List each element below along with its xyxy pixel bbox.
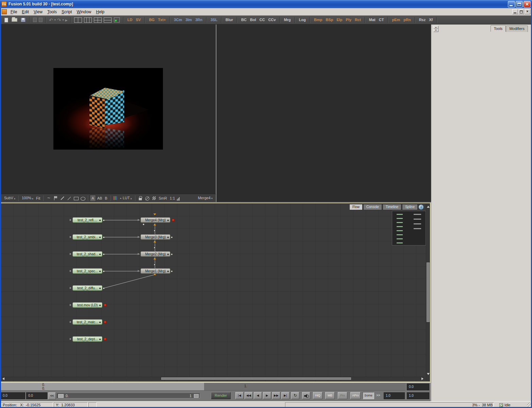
- flow-node-test-2-diffu[interactable]: test_2_diffu...: [72, 285, 102, 291]
- buffer-ab-button[interactable]: AB: [96, 195, 104, 201]
- scroll-up-icon[interactable]: [427, 206, 430, 208]
- viewed-indicator[interactable]: [104, 304, 106, 306]
- step-back-button[interactable]: <<: [48, 392, 56, 400]
- tool-3d-render-button[interactable]: 3Rn: [194, 16, 204, 24]
- node-output-port[interactable]: [103, 288, 104, 289]
- tool-color-corrector-button[interactable]: CC: [258, 16, 267, 24]
- buffer-b-button[interactable]: B: [103, 195, 109, 201]
- viewed-indicator[interactable]: [104, 321, 106, 323]
- tool-3d-image-button[interactable]: 3Im: [184, 16, 194, 24]
- menu-tools[interactable]: Tools: [45, 9, 59, 15]
- tool-bspline-button[interactable]: BSp: [324, 16, 335, 24]
- undo-dropdown-icon[interactable]: ▾: [54, 18, 56, 21]
- node-output-port[interactable]: [103, 237, 104, 238]
- tab-timeline[interactable]: Timeline: [383, 204, 401, 210]
- menu-help[interactable]: Help: [94, 9, 107, 15]
- slider-end-cap[interactable]: [194, 394, 199, 398]
- redo-dropdown-icon[interactable]: ▾: [62, 18, 64, 21]
- tool-color-tool-button[interactable]: CT: [377, 16, 386, 24]
- subview-button[interactable]: SubV▴: [3, 194, 17, 202]
- slider-thumb[interactable]: [58, 394, 64, 398]
- menu-window[interactable]: Window: [74, 9, 94, 15]
- doc-minimize-button[interactable]: [512, 9, 518, 14]
- tool-polygon-button[interactable]: Ply: [344, 16, 353, 24]
- node-output-port[interactable]: [171, 237, 172, 238]
- range-end-time-field[interactable]: 1.0: [407, 392, 429, 399]
- paste-icon[interactable]: [39, 18, 43, 22]
- tool-blur-button[interactable]: Blur: [224, 16, 235, 24]
- flow-vertical-scrollbar[interactable]: [426, 204, 430, 381]
- menu-script[interactable]: Script: [59, 9, 74, 15]
- tool-3d-spotlight-button[interactable]: 3SL: [209, 16, 219, 24]
- viewed-node-selector[interactable]: Merge4▾: [197, 194, 214, 202]
- selective-update-toggle[interactable]: Some: [363, 392, 374, 399]
- redo-button[interactable]: ↷: [56, 16, 62, 24]
- one-to-one-button[interactable]: 1:1: [168, 194, 176, 202]
- flow-view[interactable]: Flow Console Timeline Spline i: [0, 203, 431, 382]
- tab-console[interactable]: Console: [363, 204, 382, 210]
- tool-saver-button[interactable]: SV: [134, 16, 143, 24]
- new-comp-icon[interactable]: [4, 18, 8, 22]
- flow-node-merge3[interactable]: Merge3 (Mrg): [140, 234, 170, 240]
- play-script-icon[interactable]: ▸: [65, 16, 68, 24]
- tool-resize-button[interactable]: Rsz: [417, 16, 428, 24]
- paint-tool-icon[interactable]: [60, 196, 65, 201]
- scroll-left-icon[interactable]: [2, 377, 4, 380]
- tool-textplus-button[interactable]: Txt+: [156, 16, 167, 24]
- flow-node-test-2-refl[interactable]: test_2_refl....: [72, 217, 102, 223]
- right-viewport[interactable]: [216, 24, 431, 202]
- fast-rewind-button[interactable]: ◀◀: [245, 392, 253, 399]
- flow-node-test-2-dept[interactable]: test_2_dept...: [72, 336, 102, 342]
- left-viewport[interactable]: SubV▴ 100%▴ Fit ~ A AB B ▴ LUT▴ SmR 1:1: [1, 24, 216, 202]
- tab-flow[interactable]: Flow: [349, 204, 363, 210]
- node-output-port[interactable]: [103, 271, 104, 272]
- play-reverse-button[interactable]: ◀: [254, 392, 262, 399]
- render-button[interactable]: Render: [211, 392, 231, 399]
- go-to-start-button[interactable]: |◀: [235, 392, 244, 399]
- tool-bitmap-button[interactable]: Bmp: [312, 16, 324, 24]
- mask-input-icon[interactable]: [153, 224, 156, 225]
- flow-navigator[interactable]: [392, 211, 426, 245]
- flow-node-test-2-matc[interactable]: test_2_matc...: [72, 319, 102, 325]
- line-tool-icon[interactable]: [66, 196, 72, 201]
- auto-proxy-toggle[interactable]: APrx: [350, 392, 361, 399]
- info-icon[interactable]: i: [418, 204, 424, 210]
- layout-three-views-button[interactable]: [84, 17, 92, 23]
- alt-time-field[interactable]: 0.0: [26, 392, 47, 399]
- scrollbar-thumb[interactable]: [427, 262, 430, 322]
- checker-underlay-icon[interactable]: [151, 196, 157, 201]
- close-button[interactable]: ✕: [523, 1, 531, 7]
- layout-quad-views-button[interactable]: [94, 17, 102, 23]
- flow-horizontal-scrollbar[interactable]: [1, 377, 425, 380]
- save-comp-icon[interactable]: [21, 18, 26, 22]
- tool-matte-control-button[interactable]: Mat: [367, 16, 377, 24]
- fit-button[interactable]: Fit: [35, 194, 41, 202]
- minimize-button[interactable]: [508, 1, 515, 7]
- lut-button[interactable]: LUT▴: [121, 194, 133, 202]
- spin-up-button[interactable]: ▲: [433, 26, 438, 29]
- smooth-resize-button[interactable]: SmR: [157, 194, 168, 202]
- node-output-port[interactable]: [171, 271, 172, 272]
- layout-two-views-button[interactable]: [74, 17, 82, 23]
- spline-tool-icon[interactable]: ~: [46, 196, 51, 201]
- play-button[interactable]: ▶: [263, 392, 271, 399]
- lock-icon[interactable]: [138, 196, 143, 201]
- scroll-down-icon[interactable]: [427, 373, 430, 375]
- tool-3d-camera-button[interactable]: 3Cm: [172, 16, 184, 24]
- open-comp-icon[interactable]: [12, 18, 17, 22]
- proxy-toggle[interactable]: Prx: [338, 392, 347, 399]
- scroll-right-icon[interactable]: [421, 377, 423, 380]
- menu-edit[interactable]: Edit: [19, 9, 31, 15]
- tool-particle-emitter-button[interactable]: pEm: [390, 16, 402, 24]
- tab-tools[interactable]: Tools: [491, 25, 506, 32]
- tool-merge-button[interactable]: Mrg: [282, 16, 293, 24]
- tool-particle-render-button[interactable]: pRn: [402, 16, 412, 24]
- mask-input-icon[interactable]: [153, 241, 156, 242]
- layout-stacked-views-button[interactable]: [104, 17, 112, 23]
- maximize-button[interactable]: [516, 1, 523, 7]
- tool-boolean-button[interactable]: Bol: [248, 16, 258, 24]
- copy-icon[interactable]: [33, 18, 37, 22]
- flow-node-merge4[interactable]: Merge4 (Mrg): [140, 217, 170, 223]
- mask-input-icon[interactable]: [153, 258, 156, 259]
- hiq-toggle[interactable]: HiQ: [313, 392, 322, 399]
